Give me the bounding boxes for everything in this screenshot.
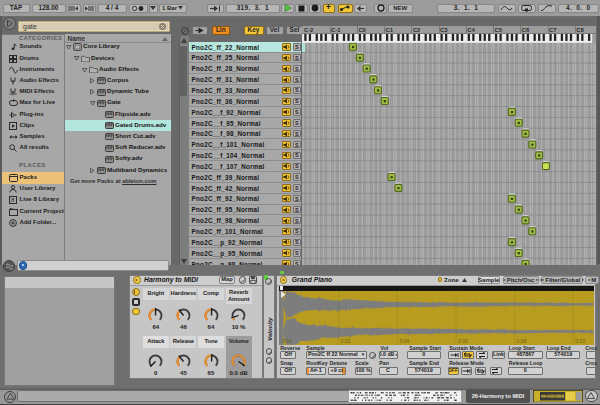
svg-text:0:06: 0:06: [458, 337, 468, 343]
svg-text:0:10: 0:10: [575, 337, 585, 343]
svg-text:0:08: 0:08: [516, 337, 526, 343]
svg-text:0:04: 0:04: [399, 337, 409, 343]
svg-text:8: 8: [11, 198, 15, 204]
svg-text:0:00: 0:00: [282, 337, 292, 343]
svg-text:0:02: 0:02: [341, 337, 351, 343]
